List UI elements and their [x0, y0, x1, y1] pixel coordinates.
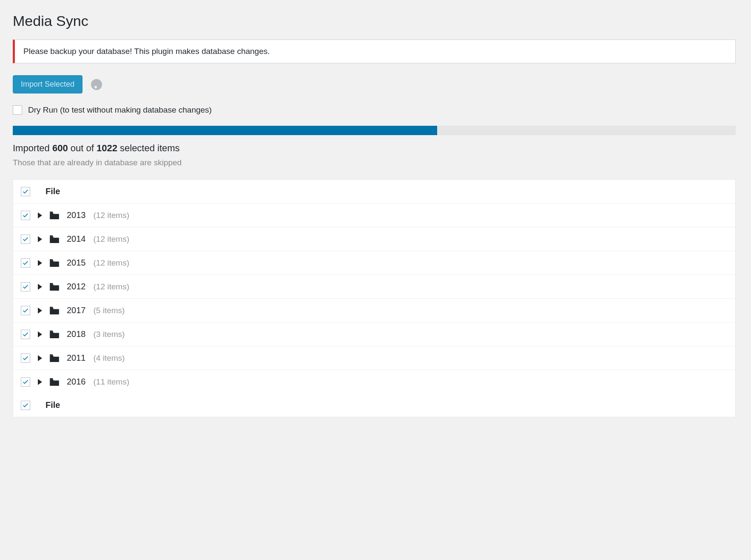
- item-count: (4 items): [94, 354, 125, 363]
- dry-run-checkbox[interactable]: [13, 105, 22, 115]
- row-checkbox[interactable]: [21, 211, 30, 220]
- expand-icon[interactable]: [38, 331, 42, 337]
- header-file-label: File: [46, 187, 60, 196]
- status-suffix: selected items: [117, 143, 180, 153]
- row-checkbox[interactable]: [21, 330, 30, 339]
- folder-icon: [50, 283, 59, 291]
- table-header: File: [13, 180, 735, 204]
- table-footer: File: [13, 393, 735, 417]
- folder-name: 2018: [67, 329, 86, 339]
- row-checkbox[interactable]: [21, 282, 30, 291]
- item-count: (11 items): [94, 377, 129, 387]
- folder-icon: [50, 212, 59, 219]
- expand-icon[interactable]: [38, 284, 42, 290]
- expand-icon[interactable]: [38, 236, 42, 242]
- item-count: (12 items): [94, 211, 129, 220]
- select-all-footer-checkbox[interactable]: [21, 401, 30, 410]
- table-row: 2013(12 items): [13, 204, 735, 227]
- row-checkbox[interactable]: [21, 354, 30, 363]
- select-all-checkbox[interactable]: [21, 187, 30, 196]
- import-selected-button[interactable]: Import Selected: [13, 75, 82, 93]
- expand-icon[interactable]: [38, 379, 42, 385]
- row-checkbox[interactable]: [21, 258, 30, 268]
- warning-text: Please backup your database! This plugin…: [23, 47, 270, 56]
- row-checkbox[interactable]: [21, 306, 30, 315]
- expand-icon[interactable]: [38, 308, 42, 314]
- status-prefix: Imported: [13, 143, 52, 153]
- folder-icon: [50, 378, 59, 386]
- item-count: (3 items): [94, 330, 125, 339]
- expand-icon[interactable]: [38, 260, 42, 266]
- table-row: 2011(4 items): [13, 346, 735, 370]
- item-count: (5 items): [94, 306, 125, 315]
- page-title: Media Sync: [13, 13, 736, 29]
- item-count: (12 items): [94, 282, 129, 291]
- folder-name: 2017: [67, 305, 86, 315]
- progress-bar: [13, 126, 736, 135]
- status-mid: out of: [68, 143, 97, 153]
- imported-count: 600: [52, 143, 68, 153]
- folder-icon: [50, 331, 59, 338]
- folder-icon: [50, 259, 59, 267]
- warning-notice: Please backup your database! This plugin…: [13, 40, 736, 63]
- dry-run-label: Dry Run (to test without making database…: [28, 105, 212, 115]
- folder-name: 2016: [67, 377, 86, 387]
- row-checkbox[interactable]: [21, 377, 30, 387]
- expand-icon[interactable]: [38, 212, 42, 218]
- table-row: 2012(12 items): [13, 275, 735, 299]
- skip-note: Those that are already in database are s…: [13, 158, 736, 167]
- progress-status: Imported 600 out of 1022 selected items: [13, 143, 736, 154]
- folder-name: 2011: [67, 353, 86, 363]
- table-row: 2016(11 items): [13, 370, 735, 393]
- item-count: (12 items): [94, 258, 129, 268]
- table-row: 2017(5 items): [13, 299, 735, 322]
- folder-name: 2014: [67, 234, 86, 244]
- row-checkbox[interactable]: [21, 235, 30, 244]
- folder-icon: [50, 307, 59, 314]
- file-table: File 2013(12 items)2014(12 items)2015(12…: [13, 179, 736, 417]
- progress-fill: [13, 126, 437, 135]
- folder-icon: [50, 235, 59, 243]
- folder-icon: [50, 354, 59, 362]
- item-count: (12 items): [94, 235, 129, 244]
- folder-name: 2013: [67, 210, 86, 220]
- table-row: 2015(12 items): [13, 251, 735, 275]
- spinner-icon: [91, 79, 102, 90]
- folder-name: 2015: [67, 258, 86, 268]
- folder-name: 2012: [67, 282, 86, 291]
- footer-file-label: File: [46, 400, 60, 410]
- expand-icon[interactable]: [38, 355, 42, 361]
- table-row: 2014(12 items): [13, 227, 735, 251]
- table-row: 2018(3 items): [13, 322, 735, 346]
- total-count: 1022: [97, 143, 117, 153]
